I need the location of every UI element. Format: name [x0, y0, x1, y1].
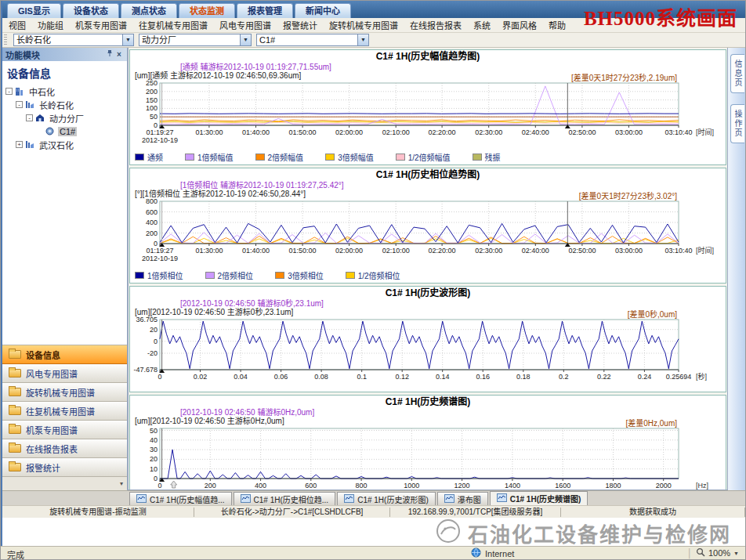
- svg-text:[秒]: [秒]: [696, 372, 707, 381]
- spectrum-plot[interactable]: 0200400600800100012001400160018002000010…: [130, 425, 726, 490]
- delta-annotation: [差量0天1时27分23秒,2.19um]: [571, 71, 677, 83]
- menu-item-6[interactable]: 旋转机械专用图谱: [329, 19, 398, 31]
- tree-node-4[interactable]: +武汉石化: [2, 138, 127, 151]
- top-tab-2[interactable]: 测点状态: [121, 3, 177, 18]
- tree-node-2[interactable]: -动力分厂: [2, 111, 127, 125]
- svg-text:40: 40: [150, 436, 158, 444]
- delta-annotation: [差量0Hz,0um]: [625, 417, 677, 428]
- nav-label: 在线报告报表: [26, 443, 78, 455]
- menu-item-1[interactable]: 功能组: [38, 19, 63, 31]
- sidebar-nav-2[interactable]: 旋转机械专用图谱: [2, 383, 127, 402]
- chart-icon: [344, 494, 354, 504]
- tree-expander-icon[interactable]: -: [26, 114, 33, 121]
- tree-label[interactable]: 动力分厂: [48, 112, 85, 125]
- svg-text:200: 200: [146, 229, 158, 237]
- menu-item-2[interactable]: 机泵专用图谱: [75, 19, 127, 31]
- tree-expander-icon[interactable]: -: [16, 101, 23, 108]
- svg-text:800: 800: [146, 198, 158, 205]
- menu-item-7[interactable]: 在线报告报表: [410, 19, 462, 31]
- sidebar-nav-6[interactable]: 报警统计: [2, 458, 127, 477]
- svg-text:0: 0: [154, 338, 158, 345]
- sidebar-nav-1[interactable]: 风电专用图谱: [2, 364, 127, 383]
- menu-item-3[interactable]: 往复机械专用图谱: [139, 19, 208, 31]
- filter-combo-0[interactable]: 长岭石化▼: [13, 34, 134, 46]
- svg-text:0: 0: [154, 121, 158, 129]
- tree-node-1[interactable]: -长岭石化: [2, 98, 127, 111]
- svg-text:0: 0: [158, 482, 161, 490]
- tree-label[interactable]: 武汉石化: [38, 139, 75, 151]
- tree-expander-icon[interactable]: -: [5, 88, 13, 95]
- waveform-plot[interactable]: 00.020.040.060.080.10.120.140.160.180.20…: [130, 316, 726, 392]
- svg-text:1800: 1800: [605, 482, 621, 490]
- chart-tab-0[interactable]: C1# 1H(历史幅值趋...: [129, 492, 232, 505]
- combo-value: 长岭石化: [14, 34, 122, 45]
- top-tab-5[interactable]: 新闻中心: [295, 3, 351, 18]
- legend-item: 1倍频相位: [135, 269, 183, 281]
- close-icon[interactable]: ×: [114, 50, 124, 60]
- top-tab-3[interactable]: 状态监测: [179, 3, 235, 18]
- filter-combo-1[interactable]: 动力分厂▼: [139, 34, 252, 46]
- tree-node-0[interactable]: -中石化: [2, 85, 127, 98]
- sidebar-nav-5[interactable]: 在线报告报表: [2, 439, 127, 458]
- menu-item-4[interactable]: 风电专用图谱: [219, 19, 271, 31]
- svg-text:-20: -20: [147, 349, 158, 357]
- sidebar-nav-0[interactable]: 设备信息: [2, 345, 127, 364]
- status-segment-3: 数据获取成功: [561, 508, 745, 517]
- legend-swatch-icon: [205, 272, 215, 279]
- chart-tab-4[interactable]: C1# 1H(历史频谱图): [490, 491, 588, 505]
- chevron-down-icon[interactable]: ▼: [240, 34, 251, 45]
- tree-label[interactable]: 中石化: [27, 85, 56, 98]
- menu-item-0[interactable]: 视图: [9, 19, 26, 31]
- sidebar-nav-4[interactable]: 机泵专用图谱: [2, 421, 127, 439]
- chart-legend: 通频1倍频幅值2倍频幅值3倍频幅值1/2倍频幅值残振: [130, 150, 726, 164]
- svg-text:02:00:00: 02:00:00: [335, 128, 363, 136]
- chart-icon: [444, 494, 454, 504]
- svg-text:02:50:00: 02:50:00: [568, 247, 596, 255]
- tree-node-3[interactable]: C1#: [2, 125, 127, 138]
- svg-text:02:50:00: 02:50:00: [568, 128, 596, 136]
- svg-text:0.2: 0.2: [559, 373, 569, 381]
- chart-canvas: 00.020.040.060.080.10.120.140.160.180.20…: [130, 316, 724, 392]
- toolbar-grip[interactable]: [4, 34, 7, 45]
- chart-tab-3[interactable]: 瀑布图: [437, 492, 488, 505]
- menu-item-10[interactable]: 帮助: [549, 19, 566, 31]
- chevron-down-icon[interactable]: ▼: [122, 34, 133, 45]
- chart-title: C1# 1H(历史频谱图): [130, 396, 726, 408]
- svg-text:02:30:00: 02:30:00: [475, 247, 502, 255]
- device-info-title: 设备信息: [2, 61, 127, 83]
- browser-zoom-control[interactable]: │ 100% ▼: [687, 547, 739, 558]
- chart-tab-2[interactable]: C1# 1H(历史波形图): [337, 492, 436, 505]
- menu-item-8[interactable]: 系统: [473, 19, 491, 31]
- svg-text:600: 600: [305, 482, 317, 490]
- top-tab-1[interactable]: 设备状态: [63, 3, 119, 18]
- legend-item: 3倍频幅值: [325, 151, 374, 163]
- svg-text:[Hz]: [Hz]: [696, 482, 708, 490]
- nav-label: 往复机械专用图谱: [26, 405, 95, 417]
- side-tab-1[interactable]: 操作页: [730, 104, 744, 143]
- nav-label: 旋转机械专用图谱: [26, 386, 95, 399]
- amplitude-trend-plot[interactable]: 01:19:2701:30:0001:40:0001:50:0002:00:00…: [130, 80, 726, 164]
- menu-item-9[interactable]: 界面风格: [502, 19, 537, 31]
- tree-expander-icon[interactable]: +: [16, 141, 23, 148]
- tree-label[interactable]: 长岭石化: [38, 99, 75, 111]
- chart-tab-1[interactable]: C1# 1H(历史相位趋...: [234, 492, 336, 505]
- page-title: BH5000系统画面: [584, 2, 737, 31]
- top-tab-0[interactable]: GIS显示: [7, 3, 61, 18]
- sidebar-nav-3[interactable]: 往复机械专用图谱: [2, 402, 127, 421]
- chevron-down-icon[interactable]: ▼: [357, 34, 368, 45]
- chart-icon: [136, 494, 147, 504]
- pin-icon[interactable]: [105, 49, 114, 60]
- toolbar: 长岭石化▼动力分厂▼C1#▼: [2, 33, 745, 48]
- legend-swatch-icon: [135, 272, 144, 279]
- menu-item-5[interactable]: 报警统计: [283, 19, 317, 31]
- nav-overflow-button[interactable]: ▾: [2, 477, 127, 490]
- app-window: GIS显示设备状态测点状态状态监测报表管理新闻中心 视图功能组机泵专用图谱往复机…: [1, 1, 746, 547]
- filter-combo-2[interactable]: C1#▼: [256, 34, 369, 46]
- tree-label[interactable]: C1#: [58, 127, 77, 136]
- top-tab-4[interactable]: 报表管理: [237, 3, 293, 18]
- side-tab-0[interactable]: 信息页: [730, 54, 744, 93]
- svg-text:0.14: 0.14: [436, 373, 450, 381]
- svg-text:1200: 1200: [454, 482, 470, 490]
- phase-trend-plot[interactable]: 01:19:2701:30:0001:40:0001:50:0002:00:00…: [130, 198, 726, 283]
- waveform-chart-panel: C1# 1H(历史波形图) [2012-10-19 02:46:50 辅游标0秒…: [129, 286, 726, 392]
